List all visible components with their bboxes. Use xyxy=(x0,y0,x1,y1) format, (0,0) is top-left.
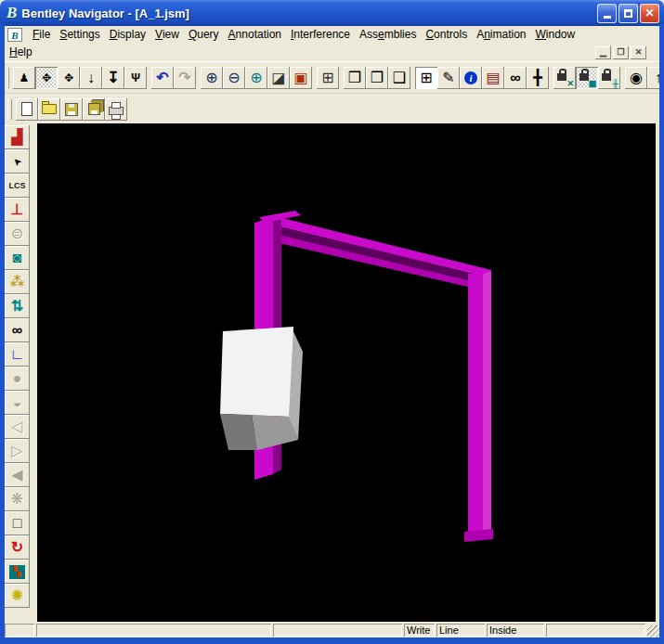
close-button[interactable]: ✕ xyxy=(640,4,659,23)
menu-settings[interactable]: Settings xyxy=(55,26,104,44)
box-bottom-left-face[interactable] xyxy=(220,414,257,450)
minimize-button[interactable] xyxy=(597,4,617,23)
zoom-in-icon: ⊕ xyxy=(205,71,217,85)
window-border-bottom xyxy=(0,638,664,644)
menu-help[interactable]: Help xyxy=(5,44,37,61)
print-button[interactable] xyxy=(105,98,127,121)
sphere-arrow-icon: ◒ xyxy=(13,395,22,410)
lock-clip-button[interactable]: ✕ xyxy=(553,67,576,89)
file-toolbar-grip[interactable] xyxy=(7,99,12,120)
menu-file[interactable]: File xyxy=(28,26,55,44)
report-button[interactable]: ▤ xyxy=(482,67,504,89)
menu-animation[interactable]: Animation xyxy=(472,26,530,44)
select-element-button[interactable]: ➤ xyxy=(5,149,30,174)
lcs-button[interactable]: LCS xyxy=(5,174,30,198)
side-toolbar-buttons: ▟➤LCS⊥⊜◙⁂⇅∞∟●◒◁▷◀❋□↻▚✺ xyxy=(5,125,36,608)
color-squares-icon: ▚ xyxy=(9,565,25,579)
hidden-line-display-button[interactable]: ❐ xyxy=(366,67,388,89)
move-view-button[interactable]: ✥ xyxy=(58,67,80,89)
window-border-left xyxy=(0,24,5,644)
move-arrows-icon: ✥ xyxy=(64,72,73,84)
menu-bar: B FileSettingsDisplayViewQueryAnnotation… xyxy=(5,26,659,44)
play-steps-button: ◀ xyxy=(5,463,30,487)
axis-placement-button[interactable]: ⊥ xyxy=(5,198,30,222)
fence-button[interactable]: □ xyxy=(5,511,30,535)
locate-button[interactable]: ╋ xyxy=(527,67,549,89)
pawn-icon: ♟ xyxy=(20,72,30,84)
right-column-front[interactable] xyxy=(468,274,483,537)
glasses-icon: ∞ xyxy=(12,323,22,338)
box-front-face[interactable] xyxy=(220,327,293,417)
menu-display[interactable]: Display xyxy=(105,26,150,44)
open-file-button[interactable] xyxy=(38,98,60,121)
main-toolbar-buttons: ♟✥✥↓↧Ψ↶↷⊕⊖⊕◪▣⊞❒❐❑⊞✎i▤∞╋✕▦╫◉↑ xyxy=(13,67,664,89)
light-button[interactable]: ✺ xyxy=(5,584,30,608)
center-view-button[interactable]: ◉ xyxy=(625,67,647,89)
picture-plus-icon: ⊞ xyxy=(321,71,333,85)
mouse-icon: ⊜ xyxy=(11,226,23,241)
view-select-button[interactable]: ♟ xyxy=(13,67,35,89)
levels-chart-icon: ▟ xyxy=(11,130,22,145)
menu-controls[interactable]: Controls xyxy=(421,26,472,44)
mdi-close-button[interactable]: ✕ xyxy=(631,46,646,59)
menu-view[interactable]: View xyxy=(150,26,184,44)
maximize-button[interactable] xyxy=(618,4,638,23)
fit-view-button[interactable]: ◪ xyxy=(267,67,290,89)
resize-grip[interactable] xyxy=(647,625,659,638)
status-cell-2 xyxy=(36,624,271,637)
menu-bar-row2: Help ▁ ❐ ✕ xyxy=(5,44,659,61)
zoom-window-button[interactable]: ⊕ xyxy=(245,67,267,89)
lock-grid-button[interactable]: ╫ xyxy=(598,67,620,89)
menu-assemblies[interactable]: Assemblies xyxy=(355,26,421,44)
drop-into-button[interactable]: ↧ xyxy=(102,67,124,89)
walk-tool-button[interactable]: Ψ xyxy=(124,67,147,89)
redo-button: ↷ xyxy=(174,67,196,89)
add-view-button[interactable]: ⊞ xyxy=(415,67,437,89)
levels-button[interactable]: ▟ xyxy=(5,125,30,149)
mdi-restore-button[interactable]: ❐ xyxy=(613,46,629,59)
play-xyz-button: ◁ xyxy=(5,415,30,439)
toolbar-grip[interactable] xyxy=(7,68,9,88)
save-all-button[interactable] xyxy=(83,98,105,121)
path-down-button[interactable]: ⁂ xyxy=(5,270,30,294)
view-extents-button[interactable]: ⊞ xyxy=(317,67,339,89)
viewport-canvas[interactable] xyxy=(37,123,656,622)
play-forward-button: ▷ xyxy=(5,439,30,463)
lock-fence-button[interactable]: ▦ xyxy=(576,67,598,89)
drop-element-button[interactable]: ↓ xyxy=(80,67,102,89)
modify-view-button[interactable]: ✎ xyxy=(437,67,460,89)
find-button[interactable]: ∞ xyxy=(504,67,527,89)
pan-view-button[interactable]: ✥ xyxy=(35,67,58,89)
menu-interference[interactable]: Interference xyxy=(286,26,355,44)
document-menu-icon[interactable]: B xyxy=(7,28,22,42)
materials-button[interactable]: ▚ xyxy=(5,560,30,584)
report-icon: ▤ xyxy=(486,71,500,85)
sphere-button: ● xyxy=(5,367,30,391)
element-info-button[interactable]: i xyxy=(460,67,482,89)
wireframe-display-button[interactable]: ❒ xyxy=(344,67,366,89)
right-column-side[interactable] xyxy=(483,271,491,537)
place-target-button[interactable]: ∟ xyxy=(5,342,30,367)
beam-web-face[interactable] xyxy=(271,225,491,286)
rotate-circle-icon: ↻ xyxy=(11,540,23,555)
menu-window[interactable]: Window xyxy=(531,26,580,44)
info-icon: i xyxy=(464,71,477,84)
rotate-view-button[interactable]: ↻ xyxy=(5,535,30,560)
render-view-button[interactable]: ▣ xyxy=(290,67,312,89)
menu-query[interactable]: Query xyxy=(184,26,224,44)
save-file-button[interactable] xyxy=(60,98,83,121)
menu-annotation[interactable]: Annotation xyxy=(224,26,286,44)
zoom-out-button[interactable]: ⊖ xyxy=(223,67,245,89)
stereo-glasses-button[interactable]: ∞ xyxy=(5,318,30,342)
path-updown-button[interactable]: ⇅ xyxy=(5,294,30,318)
mdi-minimize-button[interactable]: ▁ xyxy=(595,46,611,59)
picture-color-icon: ▣ xyxy=(293,71,307,85)
viewport[interactable] xyxy=(37,123,656,622)
cube-shaded-icon: ❑ xyxy=(393,71,406,85)
camera-button[interactable]: ◙ xyxy=(5,246,30,270)
shaded-display-button[interactable]: ❑ xyxy=(388,67,410,89)
undo-button[interactable]: ↶ xyxy=(151,67,174,89)
zoom-in-button[interactable]: ⊕ xyxy=(201,67,223,89)
new-file-button[interactable] xyxy=(16,98,38,121)
open-folder-icon xyxy=(42,104,57,114)
